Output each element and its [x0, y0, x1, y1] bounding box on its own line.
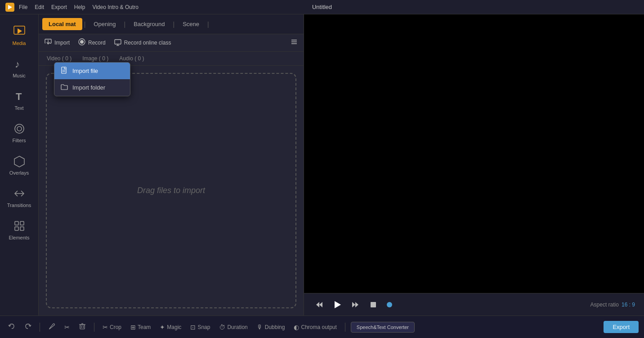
sidebar-item-media[interactable]: Media: [0, 19, 38, 51]
skip-forward-button[interactable]: [349, 298, 362, 311]
tab-divider-2: |: [123, 21, 126, 28]
svg-text:T: T: [16, 91, 22, 102]
chroma-label: Chroma output: [301, 324, 336, 330]
preview-video: [304, 14, 644, 293]
paint-button[interactable]: [45, 321, 58, 333]
snap-label: Snap: [197, 324, 210, 330]
dubbing-tool[interactable]: 🎙 Dubbing: [254, 322, 288, 333]
dubbing-icon: 🎙: [257, 324, 263, 331]
main-layout: Media ♪ Music T Text: [0, 14, 644, 315]
magic-label: Magic: [167, 324, 181, 330]
divider-2: [94, 323, 94, 332]
tab-background[interactable]: Background: [127, 18, 171, 30]
import-button[interactable]: Import: [44, 38, 70, 48]
import-folder-option[interactable]: Import folder: [54, 79, 130, 96]
import-folder-label: Import folder: [72, 84, 105, 91]
sidebar-item-overlays[interactable]: Overlays: [0, 149, 38, 181]
delete-button[interactable]: [76, 321, 89, 333]
chroma-tool[interactable]: ◐ Chroma output: [291, 322, 339, 333]
crop-label: Crop: [110, 324, 121, 330]
svg-marker-28: [352, 302, 355, 307]
svg-rect-9: [15, 221, 18, 225]
duration-tool[interactable]: ⏱ Duration: [216, 322, 250, 333]
snap-icon: ⊡: [190, 324, 196, 331]
paint-icon: [48, 323, 55, 331]
redo-icon: [24, 323, 31, 331]
svg-marker-0: [8, 5, 12, 9]
menu-help[interactable]: Help: [74, 4, 85, 10]
sub-tab-video[interactable]: Video ( 0 ): [44, 54, 74, 63]
svg-rect-10: [20, 221, 24, 225]
toolbar-menu-icon[interactable]: [290, 38, 298, 48]
sidebar-item-text[interactable]: T Text: [0, 84, 38, 116]
magic-icon: ✦: [160, 324, 165, 331]
crop-tool[interactable]: ✂ Crop: [100, 322, 124, 333]
cut-button[interactable]: ✂: [62, 322, 72, 333]
sidebar-item-music[interactable]: ♪ Music: [0, 51, 38, 84]
crop-icon: ✂: [103, 324, 108, 331]
svg-rect-16: [115, 40, 121, 44]
team-tool[interactable]: ⊞ Team: [128, 322, 153, 333]
media-panel: Local mat | Opening | Background | Scene…: [39, 14, 304, 315]
left-sidebar: Media ♪ Music T Text: [0, 14, 39, 315]
svg-marker-2: [18, 28, 22, 34]
titlebar: File Edit Export Help Video Intro & Outr…: [0, 0, 644, 14]
import-file-icon: [61, 67, 68, 75]
aspect-ratio: Aspect ratio 16 : 9: [590, 302, 635, 308]
sidebar-item-elements[interactable]: Elements: [0, 213, 38, 246]
filters-icon: [12, 122, 27, 136]
svg-rect-12: [20, 227, 24, 230]
svg-text:♪: ♪: [15, 59, 20, 70]
window-title: Untitled: [312, 4, 332, 10]
sidebar-item-transitions[interactable]: Transitions: [0, 181, 38, 213]
divider-1: [40, 323, 40, 332]
record-icon: [78, 38, 86, 48]
delete-icon: [79, 323, 86, 331]
tab-bar: Local mat | Opening | Background | Scene…: [39, 14, 304, 34]
aspect-ratio-value: 16 : 9: [622, 302, 635, 308]
tab-scene[interactable]: Scene: [176, 18, 206, 30]
import-icon: [44, 38, 52, 48]
tab-opening[interactable]: Opening: [87, 18, 122, 30]
undo-button[interactable]: [5, 321, 18, 333]
import-file-option[interactable]: Import file: [54, 63, 130, 79]
import-file-label: Import file: [72, 68, 98, 74]
record-online-label: Record online class: [124, 40, 171, 46]
svg-rect-11: [15, 227, 18, 230]
snap-tool[interactable]: ⊡ Snap: [188, 322, 213, 333]
stop-button[interactable]: [367, 298, 380, 311]
sidebar-item-filters[interactable]: Filters: [0, 116, 38, 149]
import-label: Import: [54, 40, 70, 46]
menu-file[interactable]: File: [19, 4, 27, 10]
svg-point-5: [15, 124, 24, 133]
app-logo: [5, 3, 14, 12]
drop-text: Drag files to import: [137, 186, 205, 195]
redo-button[interactable]: [22, 321, 34, 333]
record-online-button[interactable]: Record online class: [114, 38, 171, 48]
record-label: Record: [88, 40, 106, 46]
tab-divider-4: |: [206, 21, 210, 28]
speech-text-converter-button[interactable]: Speech&Text Converter: [351, 322, 415, 333]
tab-divider-3: |: [172, 21, 176, 28]
skip-back-button[interactable]: [313, 298, 326, 311]
menu-edit[interactable]: Edit: [35, 4, 44, 10]
team-icon: ⊞: [130, 324, 136, 331]
svg-rect-31: [80, 325, 85, 329]
svg-marker-27: [335, 301, 341, 308]
tab-local-mat[interactable]: Local mat: [42, 18, 82, 30]
sub-tab-image[interactable]: Image ( 0 ): [80, 54, 111, 63]
record-button[interactable]: Record: [78, 38, 106, 48]
media-icon: [12, 24, 27, 39]
cut-icon: ✂: [64, 324, 70, 331]
drop-zone[interactable]: Drag files to import: [46, 73, 296, 308]
svg-marker-26: [319, 302, 322, 307]
menu-export[interactable]: Export: [51, 4, 67, 10]
record-online-icon: [114, 38, 122, 48]
magic-tool[interactable]: ✦ Magic: [157, 322, 184, 333]
menu-video-intro[interactable]: Video Intro & Outro: [92, 4, 139, 10]
play-button[interactable]: [331, 298, 344, 311]
sub-tab-audio[interactable]: Audio ( 0 ): [116, 54, 147, 63]
svg-marker-7: [14, 156, 24, 167]
aspect-ratio-label: Aspect ratio: [590, 302, 619, 308]
export-button[interactable]: Export: [604, 321, 639, 333]
